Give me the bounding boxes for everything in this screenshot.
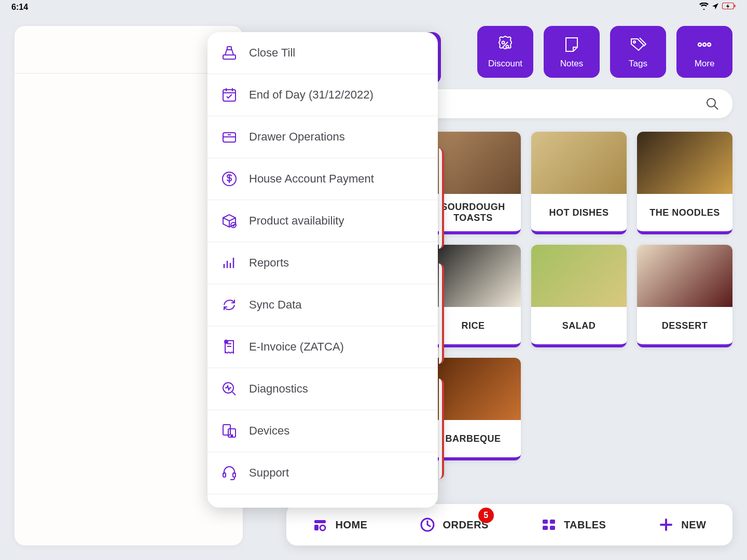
menu-reports[interactable]: Reports	[208, 242, 438, 284]
orders-badge: 5	[478, 508, 494, 523]
svg-rect-17	[543, 526, 548, 530]
product-image	[531, 245, 627, 307]
nav-home[interactable]: HOME	[312, 517, 367, 533]
menu-sync-data[interactable]: Sync Data	[208, 284, 438, 326]
svg-rect-18	[550, 526, 555, 530]
svg-point-5	[633, 41, 635, 43]
product-image	[637, 245, 732, 307]
svg-rect-16	[550, 520, 555, 524]
product-card-noodles[interactable]: THE NOODLES	[637, 132, 732, 234]
more-button[interactable]: More	[676, 26, 732, 78]
product-card-dessert[interactable]: DESSERT	[637, 245, 732, 347]
svg-point-6	[698, 43, 701, 46]
menu-devices[interactable]: Devices	[208, 410, 438, 452]
product-name: DESSERT	[637, 307, 732, 344]
svg-rect-1	[735, 5, 736, 7]
devices-icon	[221, 423, 238, 439]
product-image	[531, 132, 627, 194]
tables-icon	[541, 517, 557, 533]
diagnostics-icon	[221, 381, 238, 397]
battery-charging-icon	[722, 3, 736, 12]
product-name: HOT DISHES	[531, 194, 627, 231]
product-name: THE NOODLES	[637, 194, 732, 231]
discount-button[interactable]: Discount	[477, 26, 533, 78]
wifi-icon	[699, 3, 709, 12]
nav-tables[interactable]: TABLES	[541, 517, 606, 533]
tags-label: Tags	[629, 59, 647, 69]
menu-drawer-operations[interactable]: Drawer Operations	[208, 116, 438, 158]
svg-rect-11	[314, 520, 326, 523]
svg-rect-15	[543, 520, 548, 524]
hidden-card-sliver	[439, 148, 444, 249]
support-icon	[221, 465, 238, 481]
menu-label: Reports	[249, 256, 289, 270]
tags-button[interactable]: Tags	[610, 26, 666, 78]
nav-orders[interactable]: ORDERS 5	[420, 517, 489, 533]
more-label: More	[695, 59, 715, 69]
svg-point-44	[231, 435, 233, 437]
invoice-icon: e	[221, 339, 238, 355]
svg-rect-21	[223, 55, 236, 59]
product-name: SALAD	[531, 307, 627, 344]
menu-house-account[interactable]: House Account Payment	[208, 158, 438, 200]
svg-line-41	[232, 392, 236, 395]
menu-label: Close Till	[249, 46, 295, 60]
product-card-hot-dishes[interactable]: HOT DISHES	[531, 132, 627, 234]
menu-label: Devices	[249, 424, 289, 438]
drawer-icon	[221, 129, 238, 145]
discount-icon	[495, 35, 515, 54]
svg-rect-22	[227, 47, 231, 50]
menu-label: House Account Payment	[249, 172, 374, 186]
status-bar: 6:14	[0, 0, 747, 15]
menu-label: Support	[249, 466, 289, 480]
product-card-salad[interactable]: SALAD	[531, 245, 627, 347]
menu-label: E-Invoice (ZATCA)	[249, 340, 344, 354]
clock-time: 6:14	[11, 3, 28, 12]
svg-point-8	[708, 43, 711, 46]
reports-icon	[221, 255, 238, 271]
svg-point-7	[703, 43, 706, 46]
svg-line-10	[714, 106, 718, 109]
svg-rect-23	[223, 90, 236, 101]
svg-point-9	[707, 99, 715, 107]
nav-new[interactable]: NEW	[658, 517, 706, 533]
home-icon	[312, 517, 328, 533]
nav-new-label: NEW	[681, 519, 706, 531]
menu-support[interactable]: Support	[208, 452, 438, 494]
menu-label: Product availability	[249, 214, 344, 228]
more-menu-popup: Close Till End of Day (31/12/2022) Drawe…	[208, 32, 438, 508]
menu-end-of-day[interactable]: End of Day (31/12/2022)	[208, 74, 438, 116]
svg-line-4	[503, 42, 508, 47]
discount-label: Discount	[488, 59, 522, 69]
notes-button[interactable]: Notes	[544, 26, 600, 78]
more-icon	[695, 35, 714, 54]
svg-text:e: e	[226, 340, 227, 343]
menu-label: End of Day (31/12/2022)	[249, 88, 374, 102]
nav-home-label: HOME	[335, 519, 367, 531]
tags-icon	[628, 35, 648, 54]
search-icon	[706, 97, 719, 110]
plus-icon	[658, 517, 674, 533]
sync-icon	[221, 297, 238, 313]
menu-einvoice[interactable]: e E-Invoice (ZATCA)	[208, 326, 438, 368]
clock-icon	[420, 517, 435, 533]
bottom-nav: HOME ORDERS 5 TABLES NEW	[286, 504, 732, 545]
hidden-card-sliver	[439, 263, 444, 364]
menu-diagnostics[interactable]: Diagnostics	[208, 368, 438, 410]
svg-rect-12	[314, 525, 319, 530]
menu-overflow-hint	[208, 494, 438, 508]
nav-tables-label: TABLES	[564, 519, 606, 531]
menu-label: Drawer Operations	[249, 130, 345, 144]
svg-rect-42	[223, 425, 230, 435]
menu-label: Diagnostics	[249, 382, 308, 396]
dollar-icon	[221, 171, 238, 187]
hidden-card-sliver	[439, 379, 444, 479]
calendar-icon	[221, 87, 238, 103]
menu-label: Sync Data	[249, 298, 302, 312]
svg-point-13	[320, 525, 325, 530]
menu-close-till[interactable]: Close Till	[208, 32, 438, 74]
till-icon	[221, 45, 238, 61]
notes-label: Notes	[560, 59, 583, 69]
menu-product-availability[interactable]: Product availability	[208, 200, 438, 242]
notes-icon	[562, 35, 582, 54]
